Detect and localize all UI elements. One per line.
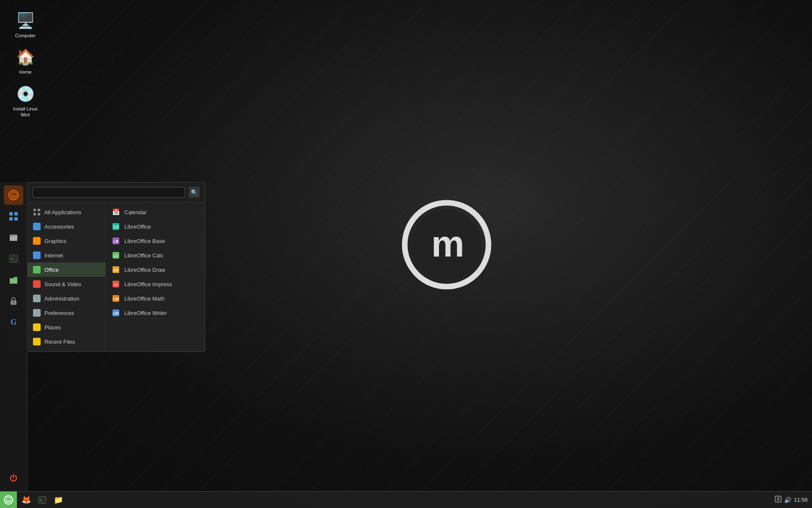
svg-rect-9 [14, 217, 18, 221]
network-icon [775, 496, 782, 502]
sidebar-btn-power[interactable] [4, 468, 23, 488]
svg-rect-18 [38, 209, 40, 211]
terminal-icon: >_ [9, 254, 18, 263]
recent-icon [33, 337, 41, 346]
svg-point-16 [13, 302, 14, 304]
sidebar-btn-terminal[interactable]: >_ [4, 249, 23, 268]
taskbar: m 🦊 >_ 📁 [0, 491, 812, 508]
category-sound-video-label: Sound & Video [44, 281, 81, 287]
category-sound-video[interactable]: Sound & Video [27, 277, 105, 291]
category-places-label: Places [44, 324, 61, 331]
category-graphics[interactable]: Graphics [27, 234, 105, 248]
desktop-icon-install[interactable]: 💿 Install Linux Mint [8, 82, 42, 120]
svg-text:Lo: Lo [113, 224, 118, 229]
files-icon [9, 233, 18, 242]
category-graphics-label: Graphics [44, 238, 66, 244]
svg-rect-7 [14, 212, 18, 215]
lock-icon [9, 296, 18, 306]
libreoffice-app-icon: Lo [112, 222, 120, 231]
clock: 11:56 [794, 497, 808, 503]
folder-icon [9, 275, 18, 284]
category-internet[interactable]: Internet [27, 248, 105, 262]
svg-text:>_: >_ [39, 498, 45, 503]
app-libreoffice-writer[interactable]: LW LibreOffice Writer [106, 306, 205, 320]
office-icon [33, 265, 41, 274]
taskbar-app-files[interactable]: 📁 [51, 492, 66, 508]
preferences-icon [33, 309, 41, 317]
sidebar-btn-apps[interactable] [4, 207, 23, 226]
svg-rect-19 [33, 213, 36, 215]
install-label: Install Linux Mint [11, 106, 40, 118]
libreoffice-draw-icon: LD [112, 265, 120, 274]
app-libreoffice-writer-label: LibreOffice Writer [124, 310, 167, 316]
app-libreoffice-impress[interactable]: LI LibreOffice Impress [106, 277, 205, 291]
home-icon: 🏠 [15, 47, 36, 67]
svg-text:m: m [7, 499, 10, 503]
category-recent[interactable]: Recent Files [27, 334, 105, 349]
svg-rect-6 [9, 212, 13, 215]
app-libreoffice-impress-label: LibreOffice Impress [124, 281, 172, 287]
search-bar: 🔍 [27, 182, 205, 202]
libreoffice-calc-icon: LC [112, 251, 120, 260]
svg-rect-17 [33, 209, 36, 211]
volume-tray-icon[interactable]: 🔊 [784, 497, 791, 503]
all-apps-icon [33, 208, 41, 216]
svg-text:LC: LC [113, 254, 118, 258]
category-all[interactable]: All Applications [27, 205, 105, 219]
app-libreoffice-label: LibreOffice [124, 224, 151, 230]
app-calendar[interactable]: 📅 Calendar [106, 205, 205, 219]
app-libreoffice[interactable]: Lo LibreOffice [106, 219, 205, 234]
app-libreoffice-base-label: LibreOffice Base [124, 238, 165, 244]
svg-text:m: m [12, 193, 16, 198]
app-libreoffice-calc[interactable]: LC LibreOffice Calc [106, 248, 205, 262]
category-places[interactable]: Places [27, 320, 105, 334]
desktop-icons: 🖥️ Computer 🏠 Home 💿 Install Linux Mint [8, 8, 42, 120]
svg-text:m: m [431, 223, 462, 265]
search-input[interactable] [33, 187, 185, 198]
app-libreoffice-base[interactable]: LB LibreOffice Base [106, 234, 205, 248]
desktop-icon-home[interactable]: 🏠 Home [8, 45, 42, 77]
places-icon [33, 323, 41, 331]
sidebar: m >_ [0, 182, 27, 491]
category-preferences[interactable]: Preferences [27, 306, 105, 320]
libreoffice-writer-icon: LW [112, 309, 120, 317]
apps-list: 📅 Calendar Lo LibreOffice [106, 202, 205, 351]
mint-logo: m [400, 198, 493, 291]
app-libreoffice-draw-label: LibreOffice Draw [124, 267, 165, 273]
grub-letter: G [11, 318, 16, 327]
sidebar-btn-folder[interactable] [4, 270, 23, 290]
categories-list: All Applications Accessories Graphics [27, 202, 106, 351]
search-button[interactable]: 🔍 [189, 187, 200, 198]
app-libreoffice-math[interactable]: LM LibreOffice Math [106, 291, 205, 306]
desktop-icon-computer[interactable]: 🖥️ Computer [8, 8, 42, 41]
mint-icon: m [8, 190, 19, 201]
app-libreoffice-calc-label: LibreOffice Calc [124, 252, 163, 259]
computer-label: Computer [15, 33, 36, 39]
taskbar-app-firefox[interactable]: 🦊 [19, 492, 34, 508]
home-label: Home [19, 69, 31, 75]
svg-rect-11 [10, 236, 17, 241]
svg-text:LW: LW [113, 311, 119, 315]
network-tray-icon [775, 496, 782, 504]
svg-rect-12 [10, 235, 13, 236]
category-accessories[interactable]: Accessories [27, 219, 105, 234]
sidebar-btn-mintmenu[interactable]: m [4, 185, 23, 205]
app-calendar-label: Calendar [124, 209, 147, 215]
taskbar-mint-icon: m [3, 495, 14, 505]
sidebar-btn-grub[interactable]: G [4, 312, 23, 332]
computer-icon: 🖥️ [15, 11, 36, 31]
desktop: m 🖥️ Computer 🏠 Home 💿 Install Linux Min… [0, 0, 812, 508]
svg-text:LD: LD [113, 268, 118, 272]
app-libreoffice-draw[interactable]: LD LibreOffice Draw [106, 262, 205, 277]
category-office[interactable]: Office [27, 262, 105, 277]
taskbar-app-terminal[interactable]: >_ [35, 492, 50, 508]
category-preferences-label: Preferences [44, 310, 74, 316]
install-icon: 💿 [15, 84, 36, 104]
svg-rect-20 [38, 213, 40, 215]
sidebar-btn-lock[interactable] [4, 291, 23, 311]
sidebar-btn-files[interactable] [4, 228, 23, 247]
category-administration-label: Administration [44, 295, 79, 302]
category-office-label: Office [44, 267, 59, 273]
taskbar-start-button[interactable]: m [0, 491, 17, 508]
category-administration[interactable]: Administration [27, 291, 105, 306]
